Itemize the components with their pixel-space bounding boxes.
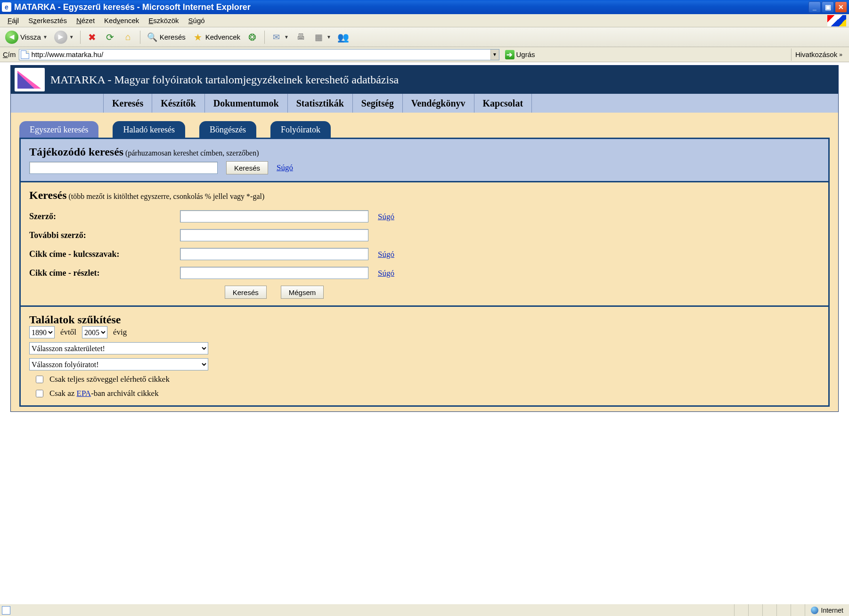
address-dropdown-icon[interactable]: ▼ — [490, 49, 499, 60]
browser-viewport: MATARKA - Magyar folyóiratok tartalomjeg… — [0, 62, 849, 604]
address-label: Cím — [3, 50, 16, 58]
nav-kereses[interactable]: Keresés — [103, 94, 152, 113]
address-input[interactable] — [31, 49, 490, 60]
maximize-button[interactable]: ▣ — [822, 1, 834, 13]
status-cell — [791, 604, 805, 616]
menu-file[interactable]: Fájl — [3, 16, 24, 25]
filter-title: Találatok szűkítése — [29, 313, 121, 326]
epa-link[interactable]: EPA — [77, 389, 91, 398]
title-snippet-help-link[interactable]: Súgó — [378, 269, 394, 278]
nav-dokumentumok[interactable]: Dokumentumok — [204, 94, 287, 113]
quick-search-hint: (párhuzamosan kereshet címben, szerzőben… — [125, 149, 259, 157]
close-button[interactable]: ✕ — [835, 1, 847, 13]
year-from-label: évtől — [60, 328, 76, 337]
epa-checkbox[interactable] — [36, 390, 43, 397]
nav-statisztikak[interactable]: Statisztikák — [287, 94, 352, 113]
history-icon: ❂ — [247, 32, 258, 43]
search-panel: Tájékozódó keresés (párhuzamosan kereshe… — [19, 138, 830, 407]
site-header: MATARKA - Magyar folyóiratok tartalomjeg… — [11, 66, 838, 94]
window-titlebar: e MATARKA - Egyszerű keresés - Microsoft… — [0, 0, 849, 14]
window-title: MATARKA - Egyszerű keresés - Microsoft I… — [14, 2, 251, 12]
messenger-button[interactable]: 👥 — [335, 30, 351, 45]
tab-journals[interactable]: Folyóiratok — [270, 121, 331, 138]
menu-tools[interactable]: Eszközök — [144, 16, 183, 25]
stop-icon: ✖ — [87, 32, 98, 43]
go-arrow-icon: ➔ — [505, 50, 514, 59]
quick-search-section: Tájékozódó keresés (párhuzamosan kereshe… — [21, 139, 828, 182]
address-field-wrap: ▼ — [19, 49, 499, 60]
title-snippet-input[interactable] — [180, 267, 368, 279]
stop-button[interactable]: ✖ — [84, 30, 100, 45]
title-snippet-label: Cikk címe - részlet: — [29, 268, 171, 278]
title-keywords-input[interactable] — [180, 248, 368, 260]
search-label: Keresés — [160, 33, 186, 41]
year-to-select[interactable]: 2005 — [82, 326, 107, 338]
home-button[interactable]: ⌂ — [120, 30, 136, 45]
status-cell — [776, 604, 791, 616]
title-keywords-label: Cikk címe - kulcsszavak: — [29, 249, 171, 259]
author-input[interactable] — [180, 210, 368, 222]
quick-search-button[interactable]: Keresés — [226, 161, 268, 174]
tab-simple-search[interactable]: Egyszerű keresés — [19, 121, 98, 138]
globe-icon — [811, 607, 818, 614]
back-arrow-icon: ◄ — [5, 31, 18, 44]
year-from-select[interactable]: 1890 — [29, 326, 55, 338]
mail-button[interactable]: ✉▼ — [269, 30, 291, 45]
chevron-down-icon: ▼ — [43, 34, 48, 40]
ie-icon: e — [2, 2, 11, 12]
quick-search-help-link[interactable]: Súgó — [277, 163, 293, 172]
back-label: Vissza — [20, 33, 41, 41]
browser-toolbar: ◄ Vissza ▼ ► ▼ ✖ ⟳ ⌂ 🔍 Keresés ★ Kedvenc… — [0, 27, 849, 47]
menu-bar: Fájl Szerkesztés Nézet Kedvencek Eszközö… — [0, 14, 849, 27]
fulltext-checkbox[interactable] — [36, 376, 43, 383]
nav-keszitok[interactable]: Készítők — [152, 94, 204, 113]
print-button[interactable]: 🖶 — [293, 30, 309, 45]
nav-segitseg[interactable]: Segítség — [352, 94, 402, 113]
year-to-label: évig — [113, 328, 127, 337]
refresh-button[interactable]: ⟳ — [102, 30, 118, 45]
security-zone: Internet — [805, 604, 849, 616]
search-icon: 🔍 — [147, 32, 158, 43]
refresh-icon: ⟳ — [105, 32, 116, 43]
print-icon: 🖶 — [295, 32, 307, 43]
history-button[interactable]: ❂ — [245, 30, 261, 45]
menu-help[interactable]: Súgó — [184, 16, 210, 25]
title-keywords-help-link[interactable]: Súgó — [378, 250, 394, 259]
search-button[interactable]: 🔍 Keresés — [144, 30, 188, 45]
search-cancel-button[interactable]: Mégsem — [281, 286, 324, 299]
nav-kapcsolat[interactable]: Kapcsolat — [474, 94, 532, 113]
nav-vendegkonyv[interactable]: Vendégkönyv — [402, 94, 474, 113]
menu-edit[interactable]: Szerkesztés — [24, 16, 72, 25]
search-submit-button[interactable]: Keresés — [225, 286, 267, 299]
links-label: Hivatkozások — [795, 50, 837, 58]
epa-label: Csak az EPA-ban archivált cikkek — [49, 389, 159, 398]
more-author-label: További szerző: — [29, 230, 171, 240]
links-toolbar[interactable]: Hivatkozások » — [791, 49, 846, 61]
more-author-input[interactable] — [180, 229, 368, 241]
page-container: MATARKA - Magyar folyóiratok tartalomjeg… — [10, 65, 839, 412]
scroll-pane[interactable]: MATARKA - Magyar folyóiratok tartalomjeg… — [0, 62, 849, 604]
page-body: Egyszerű keresés Haladó keresés Böngészé… — [11, 113, 838, 411]
quick-search-input[interactable] — [29, 162, 218, 174]
home-icon: ⌂ — [122, 32, 134, 43]
minimize-button[interactable]: _ — [808, 1, 821, 13]
tab-browse[interactable]: Böngészés — [199, 121, 256, 138]
status-cell — [734, 604, 748, 616]
forward-button[interactable]: ► ▼ — [52, 30, 76, 45]
back-button[interactable]: ◄ Vissza ▼ — [3, 30, 50, 45]
chevron-right-icon: » — [839, 51, 842, 58]
go-button[interactable]: ➔ Ugrás — [502, 49, 538, 61]
menu-view[interactable]: Nézet — [72, 16, 99, 25]
messenger-icon: 👥 — [338, 32, 349, 43]
menu-favorites[interactable]: Kedvencek — [99, 16, 144, 25]
subject-select[interactable]: Válasszon szakterületet! — [29, 342, 208, 354]
author-help-link[interactable]: Súgó — [378, 212, 394, 221]
favorites-button[interactable]: ★ Kedvencek — [190, 30, 243, 45]
forward-arrow-icon: ► — [54, 31, 67, 44]
edit-button[interactable]: ▦▼ — [311, 30, 334, 45]
journal-select[interactable]: Válasszon folyóiratot! — [29, 358, 208, 370]
status-cell — [748, 604, 762, 616]
tab-advanced-search[interactable]: Haladó keresés — [113, 121, 185, 138]
status-page-icon — [2, 606, 10, 615]
mail-icon: ✉ — [271, 32, 282, 43]
